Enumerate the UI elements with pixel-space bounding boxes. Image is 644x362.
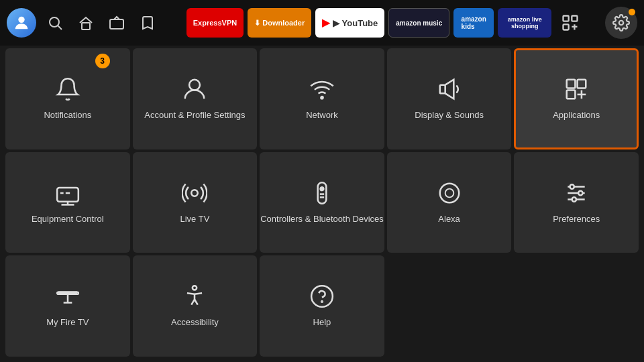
svg-rect-6 — [572, 16, 578, 21]
app-label: ⬇ Downloader — [254, 19, 305, 27]
svg-rect-14 — [567, 80, 576, 88]
settings-notification-dot — [629, 9, 635, 15]
grid-item-label: Help — [313, 317, 331, 328]
app-chip-downloader[interactable]: ⬇ Downloader — [248, 8, 311, 38]
svg-point-29 — [439, 183, 459, 202]
wifi-icon — [309, 76, 335, 102]
app-chip-amazon-music[interactable]: amazon music — [388, 8, 449, 38]
grid-item-live-tv[interactable]: Live TV — [133, 152, 258, 253]
grid-item-display-sounds[interactable]: Display & Sounds — [387, 48, 512, 149]
grid-item-alexa[interactable]: Alexa — [387, 152, 512, 253]
app-chip-youtube[interactable]: ▶ ▶ YouTube — [315, 8, 384, 38]
grid-item-my-fire-tv[interactable]: My Fire TV — [5, 255, 130, 357]
settings-button[interactable] — [605, 7, 637, 39]
search-icon[interactable] — [40, 8, 70, 38]
bell-icon — [55, 76, 80, 102]
grid-item-label: Notifications — [44, 110, 91, 121]
svg-rect-7 — [564, 24, 569, 29]
svg-point-30 — [445, 188, 453, 197]
settings-grid: 3 Notifications Account & Profile Settin… — [0, 46, 644, 362]
svg-point-11 — [189, 80, 200, 90]
svg-rect-38 — [59, 292, 76, 294]
grid-item-label: Accessibility — [171, 317, 219, 328]
grid-item-notifications[interactable]: 3 Notifications — [5, 48, 130, 149]
svg-rect-25 — [318, 182, 327, 204]
youtube-play-icon: ▶ — [322, 17, 330, 29]
grid-item-applications[interactable]: Applications — [514, 48, 639, 149]
grid-item-preferences[interactable]: Preferences — [514, 152, 639, 253]
svg-point-41 — [193, 286, 197, 290]
watchlist-icon[interactable] — [133, 8, 162, 38]
grid-item-label: Equipment Control — [32, 214, 104, 225]
alexa-icon — [437, 180, 462, 206]
grid-item-label: Display & Sounds — [415, 110, 484, 121]
grid-item-label: Network — [306, 110, 338, 121]
remote-icon — [309, 180, 335, 206]
app-chip-amazon-kids[interactable]: amazonkids — [453, 8, 494, 38]
person-icon — [182, 76, 207, 102]
app-label: amazon liveshopping — [508, 16, 542, 29]
svg-point-10 — [619, 21, 624, 25]
app-label: amazon music — [396, 19, 442, 27]
antenna-icon — [182, 180, 207, 206]
svg-rect-19 — [57, 188, 78, 202]
app-label: ▶ YouTube — [333, 18, 378, 28]
grid-item-controllers-bluetooth[interactable]: Controllers & Bluetooth Devices — [260, 152, 384, 253]
tv-icon — [55, 180, 80, 206]
grid-item-label: Preferences — [553, 214, 600, 225]
grid-item-equipment-control[interactable]: Equipment Control — [5, 152, 130, 253]
svg-point-36 — [572, 197, 576, 201]
svg-point-12 — [321, 97, 323, 99]
svg-point-35 — [578, 190, 582, 194]
grid-item-label: My Fire TV — [46, 317, 89, 328]
volume-icon — [437, 76, 462, 102]
grid-item-network[interactable]: Network — [260, 48, 384, 149]
help-icon — [309, 284, 335, 309]
svg-rect-13 — [439, 85, 445, 94]
grid-apps-icon[interactable] — [555, 8, 585, 38]
svg-point-1 — [50, 17, 59, 27]
svg-rect-16 — [567, 90, 576, 99]
svg-rect-4 — [110, 19, 123, 29]
svg-point-26 — [321, 187, 324, 190]
live-tv-icon[interactable] — [102, 8, 131, 38]
grid-item-account-profile[interactable]: Account & Profile Settings — [133, 48, 258, 149]
firetv-icon — [55, 284, 80, 309]
avatar[interactable] — [7, 8, 36, 38]
home-icon[interactable] — [71, 8, 101, 38]
svg-rect-15 — [578, 80, 586, 88]
app-chip-expressvpn[interactable]: ExpressVPN — [186, 8, 244, 38]
svg-point-24 — [192, 190, 199, 196]
svg-rect-5 — [564, 16, 569, 21]
grid-item-label: Alexa — [438, 214, 460, 225]
grid-item-label: Live TV — [180, 214, 209, 225]
grid-item-accessibility[interactable]: Accessibility — [133, 255, 258, 357]
svg-point-0 — [18, 17, 24, 23]
accessibility-icon — [182, 284, 207, 309]
notification-badge: 3 — [95, 54, 110, 68]
topbar: ExpressVPN ⬇ Downloader ▶ ▶ YouTube amaz… — [0, 0, 644, 46]
grid-item-label: Account & Profile Settings — [144, 110, 245, 121]
app-chip-amazon-live[interactable]: amazon liveshopping — [498, 8, 551, 38]
apps-bar: ExpressVPN ⬇ Downloader ▶ ▶ YouTube amaz… — [170, 8, 601, 38]
svg-rect-3 — [82, 23, 90, 29]
grid-item-label: Applications — [553, 110, 600, 121]
grid-item-help[interactable]: Help — [260, 255, 384, 357]
svg-point-42 — [311, 286, 333, 307]
app-label: amazonkids — [462, 15, 486, 30]
app-label: ExpressVPN — [193, 19, 237, 27]
svg-line-2 — [58, 26, 62, 30]
nav-icons-group — [40, 8, 162, 38]
apps-icon — [564, 76, 589, 102]
svg-point-43 — [321, 301, 323, 302]
svg-point-34 — [570, 184, 574, 188]
sliders-icon — [564, 180, 589, 206]
grid-item-label: Controllers & Bluetooth Devices — [260, 214, 384, 225]
